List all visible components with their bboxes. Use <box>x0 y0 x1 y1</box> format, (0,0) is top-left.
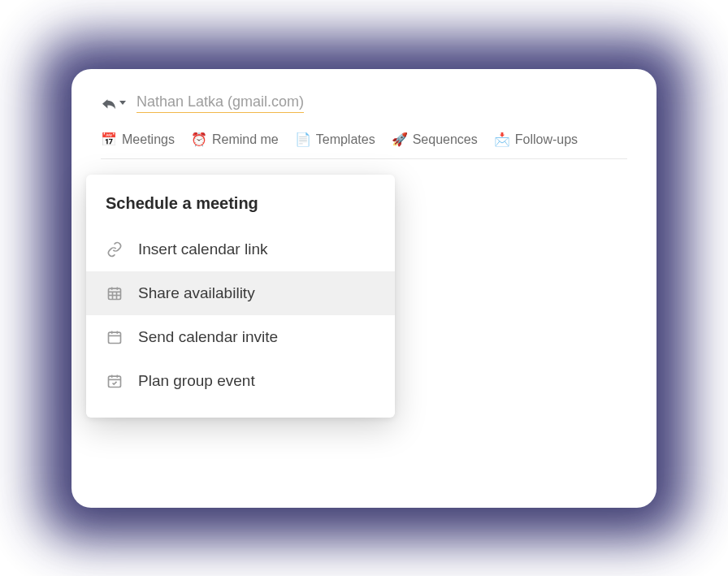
calendar-icon: 📅 <box>101 133 117 146</box>
mail-icon: 📩 <box>494 133 510 146</box>
dropdown-item-send-invite[interactable]: Send calendar invite <box>86 315 395 359</box>
recipient-row: Nathan Latka (gmail.com) <box>101 89 627 118</box>
dropdown-title: Schedule a meeting <box>86 194 395 227</box>
dropdown-item-label: Insert calendar link <box>138 240 267 258</box>
toolbar-meetings[interactable]: 📅 Meetings <box>101 132 175 147</box>
alarm-icon: ⏰ <box>191 133 207 146</box>
document-icon: 📄 <box>295 133 311 146</box>
toolbar-followups-label: Follow-ups <box>515 132 578 147</box>
svg-rect-11 <box>109 376 121 387</box>
rocket-icon: 🚀 <box>392 133 408 146</box>
dropdown-item-share-availability[interactable]: Share availability <box>86 271 395 315</box>
calendar-icon <box>106 328 124 346</box>
dropdown-item-label: Send calendar invite <box>138 328 278 346</box>
compose-toolbar: 📅 Meetings ⏰ Remind me 📄 Templates 🚀 Seq… <box>101 118 627 159</box>
calendar-grid-icon <box>106 284 124 302</box>
reply-icon[interactable] <box>101 97 127 110</box>
dropdown-item-label: Share availability <box>138 284 255 302</box>
toolbar-templates[interactable]: 📄 Templates <box>295 132 375 147</box>
toolbar-sequences-label: Sequences <box>413 132 478 147</box>
svg-rect-7 <box>109 332 121 343</box>
toolbar-remind-label: Remind me <box>212 132 279 147</box>
compose-window: Nathan Latka (gmail.com) 📅 Meetings ⏰ Re… <box>72 69 656 508</box>
dropdown-item-label: Plan group event <box>138 372 255 390</box>
toolbar-followups[interactable]: 📩 Follow-ups <box>494 132 578 147</box>
svg-rect-0 <box>109 288 121 299</box>
calendar-check-icon <box>106 372 124 390</box>
recipient-name[interactable]: Nathan Latka (gmail.com) <box>136 93 304 113</box>
dropdown-item-insert-link[interactable]: Insert calendar link <box>86 227 395 271</box>
toolbar-sequences[interactable]: 🚀 Sequences <box>392 132 478 147</box>
link-icon <box>106 240 124 258</box>
toolbar-meetings-label: Meetings <box>122 132 175 147</box>
glow-wrapper: Nathan Latka (gmail.com) 📅 Meetings ⏰ Re… <box>39 37 689 540</box>
meetings-dropdown: Schedule a meeting Insert calendar link <box>86 175 395 418</box>
toolbar-remind-me[interactable]: ⏰ Remind me <box>191 132 279 147</box>
toolbar-templates-label: Templates <box>316 132 375 147</box>
dropdown-item-plan-group[interactable]: Plan group event <box>86 359 395 403</box>
